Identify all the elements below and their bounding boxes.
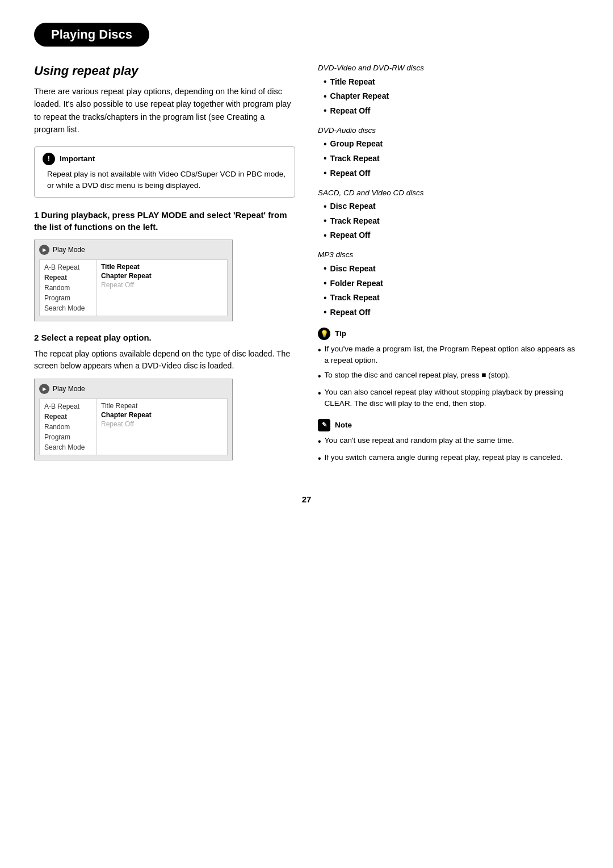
tip-item-1: If you've made a program list, the Progr… (318, 343, 579, 367)
screen1-title-bar: ▶ Play Mode (39, 245, 228, 255)
disc-section-dvd-audio: DVD-Audio discs Group Repeat Track Repea… (318, 126, 579, 181)
disc-section-sacd: SACD, CD and Video CD discs Disc Repeat … (318, 188, 579, 243)
warning-icon: ! (43, 153, 55, 165)
important-item-1: Repeat play is not available with Video … (47, 169, 287, 192)
note-label: Note (335, 420, 352, 431)
screen2-repeat-off: Repeat Off (101, 420, 222, 429)
tip-box: 💡 Tip If you've made a program list, the… (318, 328, 579, 410)
important-box: ! Important Repeat play is not available… (34, 146, 295, 198)
disc-option-title-repeat: Title Repeat (324, 74, 579, 89)
right-column: DVD-Video and DVD-RW discs Title Repeat … (318, 64, 579, 472)
screen2-title: Play Mode (53, 385, 85, 393)
tip-icon: 💡 (318, 328, 330, 340)
content-columns: Using repeat play There are various repe… (34, 64, 579, 472)
note-item-2: If you switch camera angle during repeat… (318, 452, 579, 466)
disc-option-group-repeat: Group Repeat (324, 137, 579, 152)
screen1-icon: ▶ (39, 245, 49, 255)
disc-option-track-repeat-1: Track Repeat (324, 151, 579, 166)
note-box: ✎ Note You can't use repeat and random p… (318, 419, 579, 466)
page-header: Playing Discs (34, 23, 579, 47)
tip-list: If you've made a program list, the Progr… (318, 343, 579, 410)
disc-section-mp3: MP3 discs Disc Repeat Folder Repeat Trac… (318, 250, 579, 319)
screen2-repeat-chapter: Chapter Repeat (101, 410, 222, 420)
disc-option-repeat-off-2: Repeat Off (324, 166, 579, 181)
screen1-title: Play Mode (53, 246, 85, 254)
screen1-menu-search: Search Mode (40, 303, 96, 313)
page-title: Playing Discs (34, 23, 149, 47)
screen2-menu-repeat: Repeat (40, 412, 96, 422)
screen1-body: A-B Repeat Repeat Random Program Search … (39, 259, 228, 316)
screen-mockup-2: ▶ Play Mode A-B Repeat Repeat Random Pro… (34, 379, 233, 460)
note-icon: ✎ (318, 419, 330, 431)
step2-heading: 2 Select a repeat play option. (34, 333, 295, 342)
page-wrapper: Playing Discs Using repeat play There ar… (0, 0, 613, 538)
screen1-menu-random: Random (40, 283, 96, 293)
screen1-menu-repeat: Repeat (40, 272, 96, 283)
left-column: Using repeat play There are various repe… (34, 64, 295, 472)
screen2-right-panel: Title Repeat Chapter Repeat Repeat Off (96, 399, 227, 455)
screen2-title-bar: ▶ Play Mode (39, 384, 228, 394)
screen2-menu-ab: A-B Repeat (40, 401, 96, 412)
disc-options-dvd-video: Title Repeat Chapter Repeat Repeat Off (324, 74, 579, 118)
screen2-icon: ▶ (39, 384, 49, 394)
screen2-menu-random: Random (40, 422, 96, 432)
disc-option-track-repeat-2: Track Repeat (324, 213, 579, 228)
screen1-menu-ab: A-B Repeat (40, 262, 96, 272)
screen1-repeat-chapter: Chapter Repeat (101, 271, 222, 280)
disc-option-folder-repeat: Folder Repeat (324, 276, 579, 291)
note-item-1: You can't use repeat and random play at … (318, 435, 579, 448)
disc-type-dvd-video: DVD-Video and DVD-RW discs (318, 64, 579, 72)
screen2-left-menu: A-B Repeat Repeat Random Program Search … (40, 399, 96, 455)
screen2-body: A-B Repeat Repeat Random Program Search … (39, 399, 228, 455)
page-number: 27 (34, 494, 579, 504)
disc-options-dvd-audio: Group Repeat Track Repeat Repeat Off (324, 137, 579, 181)
screen1-right-panel: Title Repeat Chapter Repeat Repeat Off (96, 260, 227, 316)
intro-text: There are various repeat play options, d… (34, 85, 295, 136)
screen-mockup-1: ▶ Play Mode A-B Repeat Repeat Random Pro… (34, 240, 233, 321)
screen1-menu-program: Program (40, 293, 96, 303)
disc-type-dvd-audio: DVD-Audio discs (318, 126, 579, 135)
disc-option-repeat-off-1: Repeat Off (324, 103, 579, 118)
screen1-repeat-off: Repeat Off (101, 280, 222, 290)
note-header: ✎ Note (318, 419, 579, 431)
tip-label: Tip (335, 328, 346, 339)
disc-option-repeat-off-4: Repeat Off (324, 305, 579, 320)
screen1-repeat-title: Title Repeat (101, 262, 222, 271)
disc-options-sacd: Disc Repeat Track Repeat Repeat Off (324, 199, 579, 243)
section-heading: Using repeat play (34, 64, 295, 78)
screen2-menu-program: Program (40, 432, 96, 442)
important-label: Important (60, 153, 95, 165)
disc-type-mp3: MP3 discs (318, 250, 579, 259)
tip-item-3: You can also cancel repeat play without … (318, 387, 579, 410)
screen1-left-menu: A-B Repeat Repeat Random Program Search … (40, 260, 96, 316)
screen2-repeat-title: Title Repeat (101, 401, 222, 410)
note-list: You can't use repeat and random play at … (318, 435, 579, 466)
important-header: ! Important (43, 153, 287, 165)
disc-option-track-repeat-3: Track Repeat (324, 291, 579, 305)
disc-option-disc-repeat-2: Disc Repeat (324, 261, 579, 276)
disc-option-repeat-off-3: Repeat Off (324, 228, 579, 243)
disc-option-chapter-repeat: Chapter Repeat (324, 89, 579, 104)
tip-header: 💡 Tip (318, 328, 579, 340)
screen2-menu-search: Search Mode (40, 442, 96, 452)
step1-heading: 1 During playback, press PLAY MODE and s… (34, 209, 295, 233)
disc-options-mp3: Disc Repeat Folder Repeat Track Repeat R… (324, 261, 579, 319)
disc-section-dvd-video: DVD-Video and DVD-RW discs Title Repeat … (318, 64, 579, 118)
tip-item-2: To stop the disc and cancel repeat play,… (318, 370, 579, 383)
disc-option-disc-repeat-1: Disc Repeat (324, 199, 579, 214)
disc-type-sacd: SACD, CD and Video CD discs (318, 188, 579, 197)
step2-text: The repeat play options available depend… (34, 348, 295, 372)
